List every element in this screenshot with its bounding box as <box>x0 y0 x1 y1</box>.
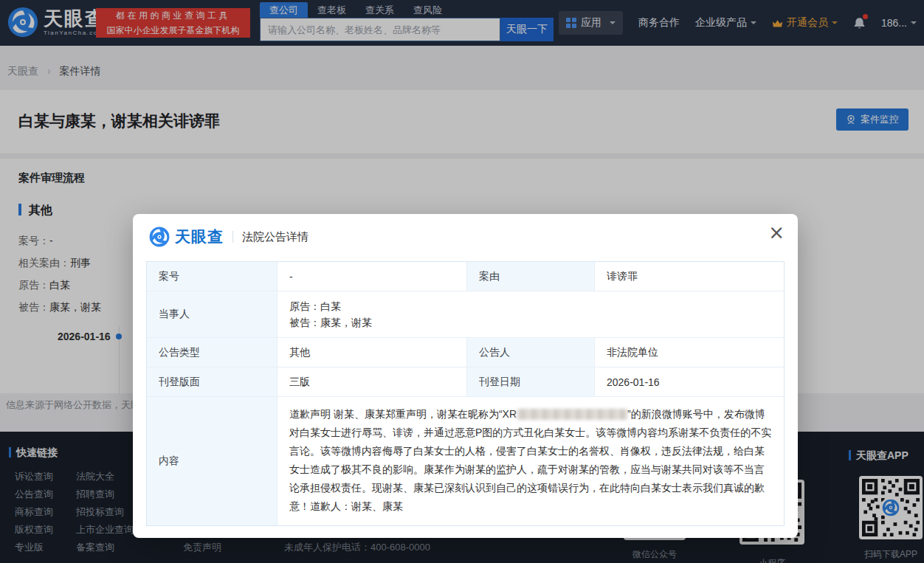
modal-title: 法院公告详情 <box>242 230 308 244</box>
content-text-before: 道歉声明 谢某、康某郑重声明，谢某在昵称为“XR <box>289 408 517 420</box>
cell-announcer-value: 非法院单位 <box>594 338 784 367</box>
redacted-text-block <box>517 409 627 420</box>
cell-content-value: 道歉声明 谢某、康某郑重声明，谢某在昵称为“XR”的新浪微博账号中，发布微博对白… <box>277 397 784 525</box>
cell-case-no-label: 案号 <box>147 262 277 291</box>
party-defendant: 被告：康某，谢某 <box>289 314 372 331</box>
cell-page-label: 刊登版面 <box>147 367 277 397</box>
cell-cause-value: 诽谤罪 <box>594 262 784 291</box>
cell-content-label: 内容 <box>147 397 277 525</box>
app-root: 天眼查 TianYanCha.com 都在用的商业查询工具 国家中小企业发展子基… <box>0 0 924 563</box>
cell-publish-date-value: 2026-01-16 <box>594 367 784 397</box>
court-announcement-modal: 天眼查 法院公告详情 × 案号 - 案由 诽谤罪 当事人 原告：白某 被告：康某… <box>133 214 798 538</box>
cell-party-value: 原告：白某 被告：康某，谢某 <box>277 291 784 338</box>
close-icon[interactable]: × <box>768 223 785 242</box>
cell-notice-type-label: 公告类型 <box>147 338 277 367</box>
divider <box>232 231 233 243</box>
cell-notice-type-value: 其他 <box>277 338 466 367</box>
cell-page-value: 三版 <box>277 367 466 397</box>
modal-header: 天眼查 法院公告详情 × <box>133 214 798 260</box>
cell-case-no-value: - <box>277 262 466 291</box>
cell-publish-date-label: 刊登日期 <box>466 367 594 397</box>
announcement-table: 案号 - 案由 诽谤罪 当事人 原告：白某 被告：康某，谢某 公告类型 其他 公… <box>146 261 785 526</box>
cell-announcer-label: 公告人 <box>466 338 594 367</box>
tianyancha-swirl-icon <box>149 227 170 247</box>
cell-party-label: 当事人 <box>147 291 277 338</box>
cell-cause-label: 案由 <box>466 262 594 291</box>
content-text-after: ”的新浪微博账号中，发布微博对白某女士进行辱骂、诽谤，并通过恶意P图的方式丑化白… <box>289 408 771 512</box>
modal-brand: 天眼查 <box>175 227 224 247</box>
party-plaintiff: 原告：白某 <box>289 298 341 314</box>
